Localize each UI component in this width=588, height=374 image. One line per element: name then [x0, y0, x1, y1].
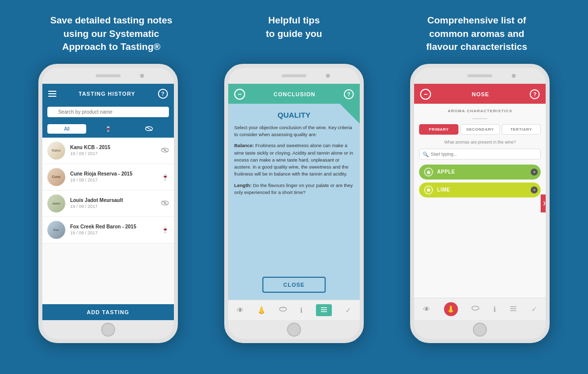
ph3-content: AROMA CHARACTERISTICS PRIMARY SECONDARY …	[414, 104, 546, 298]
item-name: Kanu KCB - 2015	[70, 145, 161, 150]
camera-dot	[512, 74, 516, 78]
palate-nav-icon[interactable]	[471, 304, 479, 314]
wine-glass-icon: 🍷	[161, 174, 169, 181]
eye-nav-icon[interactable]: 👁	[237, 306, 244, 314]
item-info: Louis Jadot Meursault 19 / 09 / 2017	[70, 197, 161, 209]
apple-label: APPLE	[437, 169, 455, 175]
svg-point-16	[472, 306, 479, 310]
add-tasting-button[interactable]: ADD TASTING	[47, 309, 169, 315]
phone-3-bottom-bar	[414, 320, 546, 339]
phone-2-bottom-bar	[228, 320, 360, 339]
ph2-help-button[interactable]: ?	[344, 89, 354, 99]
speaker	[96, 74, 121, 77]
divider	[472, 118, 487, 119]
home-button[interactable]	[101, 323, 115, 337]
lime-label: LIME	[437, 187, 450, 192]
phone-3-screen: − NOSE ? AROMA CHARACTERISTICS PRIMARY S…	[414, 84, 546, 320]
phone-2-screen: − CONCLUSION ? QUALITY Select your objec…	[228, 84, 360, 320]
section-title: AROMA CHARACTERISTICS	[414, 104, 546, 118]
ph3-help-button[interactable]: ?	[530, 89, 540, 99]
avatar: Fox	[47, 221, 65, 239]
apple-icon	[424, 168, 433, 177]
length-text: Length: Do the flavours linger on your p…	[234, 182, 354, 196]
lime-tag[interactable]: LIME ×	[419, 183, 541, 197]
svg-point-15	[427, 188, 431, 191]
phone-3: − NOSE ? AROMA CHARACTERISTICS PRIMARY S…	[410, 64, 550, 343]
ph1-search-bar: 🔍	[42, 103, 174, 121]
remove-lime-button[interactable]: ×	[531, 187, 538, 193]
wine-glass-icon: 🍷	[161, 226, 169, 233]
quality-title: QUALITY	[234, 111, 354, 119]
headlines-row: Save detailed tasting notes using our Sy…	[0, 0, 588, 64]
conclusion-nav-icon[interactable]	[509, 305, 517, 314]
search-input[interactable]	[47, 107, 169, 117]
avatar: Jadot	[47, 194, 65, 212]
nose-nav-active[interactable]: 👃	[444, 302, 458, 316]
headline-3: Comprehensive list of common aromas and …	[385, 14, 568, 54]
tab-tertiary[interactable]: TERTIARY	[502, 124, 541, 135]
tab-wine[interactable]: 🍷	[88, 124, 128, 134]
nose-nav-icon[interactable]: 👃	[257, 306, 266, 314]
aroma-search-input[interactable]	[419, 149, 541, 160]
ph3-bottom-nav: 👁 👃 ℹ	[414, 298, 546, 320]
tab-eye[interactable]	[130, 124, 169, 134]
phone-1-screen: TASTING HISTORY ? 🔍 All 🍷	[42, 84, 174, 320]
ph3-title: NOSE	[472, 91, 489, 97]
phones-row: TASTING HISTORY ? 🔍 All 🍷	[0, 64, 588, 374]
side-tab[interactable]: ❯	[541, 194, 546, 212]
camera-dot	[140, 74, 144, 78]
phone-1-top-bar	[42, 68, 174, 84]
menu-icon[interactable]	[48, 91, 56, 97]
check-nav-icon[interactable]: ✓	[531, 305, 537, 313]
item-eye-icon	[161, 147, 169, 154]
lime-icon	[424, 186, 433, 194]
ph1-header: TASTING HISTORY ?	[42, 84, 174, 103]
ph1-help-button[interactable]: ?	[158, 89, 168, 99]
item-info: Cune Rioja Reserva - 2015 19 / 09 / 2017	[70, 171, 161, 183]
tab-all[interactable]: All	[47, 124, 87, 134]
list-item[interactable]: Kanu Kanu KCB - 2015 19 / 09 / 2017	[42, 138, 174, 164]
item-date: 19 / 09 / 2017	[70, 178, 161, 183]
item-name: Louis Jadot Meursault	[70, 197, 161, 203]
home-button[interactable]	[473, 323, 487, 337]
close-button[interactable]: CLOSE	[263, 277, 326, 293]
corner-decoration	[340, 104, 360, 124]
ph1-footer: ADD TASTING	[42, 304, 174, 320]
remove-apple-button[interactable]: ×	[531, 169, 538, 176]
ph3-header: − NOSE ?	[414, 84, 546, 104]
home-button[interactable]	[287, 323, 301, 337]
conclusion-nav-icon[interactable]	[316, 304, 332, 316]
phone-3-top-bar	[414, 68, 546, 84]
list-item[interactable]: Cune Cune Rioja Reserva - 2015 19 / 09 /…	[42, 164, 174, 190]
eye-nav-icon[interactable]: 👁	[423, 305, 430, 313]
speaker	[467, 74, 492, 77]
list-item[interactable]: Fox Fox Creek Red Baron - 2015 19 / 09 /…	[42, 217, 174, 243]
collapse-button[interactable]: −	[420, 89, 431, 100]
avatar: Kanu	[47, 142, 65, 160]
item-name: Cune Rioja Reserva - 2015	[70, 171, 161, 177]
item-date: 19 / 09 / 2017	[70, 204, 161, 209]
search-icon: 🔍	[423, 151, 429, 157]
tab-secondary[interactable]: SECONDARY	[460, 124, 500, 135]
item-name: Fox Creek Red Baron - 2015	[70, 224, 161, 229]
item-info: Fox Creek Red Baron - 2015 19 / 09 / 201…	[70, 224, 161, 235]
ph2-content: QUALITY Select your objective conclusion…	[228, 104, 360, 300]
phone-1: TASTING HISTORY ? 🔍 All 🍷	[38, 64, 178, 343]
tab-primary[interactable]: PRIMARY	[419, 124, 458, 135]
ph3-aroma-tabs: PRIMARY SECONDARY TERTIARY	[414, 124, 546, 140]
palate-nav-icon[interactable]	[279, 305, 287, 315]
aroma-question: What aromas are present in the wine?	[414, 140, 546, 149]
ph1-filter-tabs: All 🍷	[42, 121, 174, 138]
collapse-button[interactable]: −	[234, 89, 245, 100]
item-date: 19 / 09 / 2017	[70, 151, 161, 156]
avatar: Cune	[47, 168, 65, 186]
list-item[interactable]: Jadot Louis Jadot Meursault 19 / 09 / 20…	[42, 190, 174, 217]
apple-tag[interactable]: APPLE ×	[419, 165, 541, 180]
ph3-search-wrap: 🔍	[419, 149, 541, 160]
info-nav-icon[interactable]: ℹ	[493, 305, 496, 313]
ph2-header: − CONCLUSION ?	[228, 84, 360, 104]
info-nav-icon[interactable]: ℹ	[300, 306, 302, 314]
phone-1-bottom-bar	[42, 320, 174, 339]
balance-text: Balance: Fruitiness and sweetness alone …	[234, 142, 354, 178]
check-nav-icon[interactable]: ✓	[345, 306, 351, 314]
